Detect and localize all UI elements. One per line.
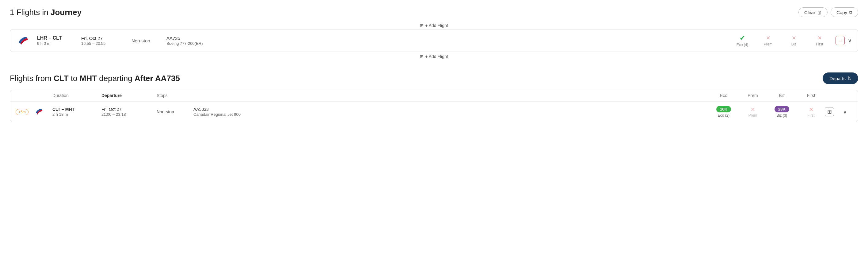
plane-type: Boeing 777-200(ER) [166, 41, 203, 46]
row-add-cell: ⊞ [825, 107, 843, 116]
row-departure: Fri, Oct 27 21:00 – 23:18 [101, 107, 157, 117]
clear-button[interactable]: Clear 🗑 [799, 7, 828, 17]
row-route-label: CLT – MHT [53, 107, 74, 112]
flight-date: Fri, Oct 27 16:55 – 20:55 [81, 36, 124, 46]
results-table: Duration Departure Stops Eco Prem Biz Fi… [10, 90, 858, 122]
cabin-prem-label: Prem [764, 42, 773, 46]
flight-number: AA735 [166, 36, 180, 41]
row-airline-logo [34, 107, 53, 117]
airline-logo [16, 34, 30, 47]
sort-icon: ⇅ [847, 76, 851, 81]
col-flight-header [193, 93, 708, 98]
cross-prem-icon: ✕ [766, 35, 771, 41]
stops-label: Non-stop [131, 38, 159, 43]
col-expand-header [843, 93, 852, 98]
row-biz[interactable]: 28K Biz (3) [767, 106, 797, 118]
add-flight-top-button[interactable]: ⊞ + Add Flight [420, 23, 448, 28]
row-flight-info: AA5033 Canadair Regional Jet 900 [193, 107, 708, 117]
top-header: 1 Flights in Journey Clear 🗑 Copy ⧉ [10, 7, 858, 17]
col-stops-header: Stops [157, 93, 193, 98]
eco-price-badge: 16K [716, 106, 731, 112]
time-badge-cell: +5m [16, 109, 34, 114]
row-route: CLT – MHT 2 h 18 m [53, 107, 101, 117]
col-duration-header: Duration [53, 93, 101, 98]
col-action-header [825, 93, 843, 98]
col-biz-header: Biz [767, 93, 797, 98]
card-actions: – ∨ [836, 36, 852, 45]
check-icon: ✔ [740, 34, 745, 42]
add-flight-bottom-button[interactable]: ⊞ + Add Flight [420, 54, 448, 59]
section-title: Flights from CLT to MHT departing After … [10, 74, 180, 83]
row-expand-cell: ∨ [843, 109, 852, 115]
table-row: +5m CLT – MHT 2 h 18 m Fri, Oct 27 21:00… [10, 101, 858, 122]
cross-first-icon: ✕ [817, 35, 822, 41]
cross-biz-icon: ✕ [792, 35, 796, 41]
row-prem[interactable]: ✕ Prem [739, 106, 767, 118]
col-empty-1 [16, 93, 34, 98]
plus-icon-2: ⊞ [420, 54, 424, 59]
date-label: Fri, Oct 27 [81, 36, 103, 41]
cabin-biz-label: Biz [792, 42, 797, 46]
flight-card: LHR – CLT 9 h 0 m Fri, Oct 27 16:55 – 20… [10, 29, 858, 52]
eco-seats-label: Eco (2) [718, 113, 730, 118]
cabin-options: ✔ Eco (4) ✕ Prem ✕ Biz ✕ First [734, 34, 828, 47]
row-time: 21:00 – 23:18 [101, 112, 126, 117]
add-flight-top-row: ⊞ + Add Flight [10, 21, 858, 29]
col-eco-header: Eco [708, 93, 739, 98]
cabin-first-label: First [816, 42, 823, 46]
col-departure-header: Departure [101, 93, 157, 98]
cabin-biz[interactable]: ✕ Biz [785, 35, 802, 46]
expand-flight-button[interactable]: ∨ [848, 37, 852, 44]
row-date: Fri, Oct 27 [101, 107, 121, 112]
add-row-button[interactable]: ⊞ [825, 107, 834, 116]
prem-unavail-icon: ✕ [751, 106, 755, 113]
prem-unavail-label: Prem [748, 113, 757, 118]
biz-seats-label: Biz (3) [777, 113, 787, 118]
add-flight-bottom-row: ⊞ + Add Flight [10, 52, 858, 60]
biz-price-badge: 28K [775, 106, 789, 112]
section-header: Flights from CLT to MHT departing After … [10, 73, 858, 84]
remove-flight-button[interactable]: – [836, 36, 845, 45]
cabin-first[interactable]: ✕ First [811, 35, 828, 46]
row-duration-label: 2 h 18 m [53, 112, 68, 117]
copy-icon: ⧉ [849, 9, 852, 15]
departs-button[interactable]: Departs ⇅ [823, 73, 858, 84]
flight-id: AA735 Boeing 777-200(ER) [166, 36, 726, 46]
row-first[interactable]: ✕ First [797, 106, 825, 118]
cabin-eco-label: Eco (4) [737, 43, 748, 47]
row-plane-type: Canadair Regional Jet 900 [193, 112, 241, 117]
route-duration: 9 h 0 m [37, 41, 50, 46]
time-badge: +5m [16, 109, 29, 115]
top-action-buttons: Clear 🗑 Copy ⧉ [799, 7, 858, 17]
expand-row-button[interactable]: ∨ [843, 109, 847, 115]
row-flight-num: AA5033 [193, 107, 209, 112]
flight-route: LHR – CLT 9 h 0 m [37, 35, 74, 46]
cabin-prem[interactable]: ✕ Prem [760, 35, 777, 46]
page-title: 1 Flights in Journey [10, 8, 82, 17]
row-stops: Non-stop [157, 109, 193, 114]
col-prem-header: Prem [739, 93, 767, 98]
cabin-eco[interactable]: ✔ Eco (4) [734, 34, 751, 47]
copy-button[interactable]: Copy ⧉ [831, 7, 858, 17]
trash-icon: 🗑 [817, 10, 822, 15]
col-first-header: First [797, 93, 825, 98]
route-label: LHR – CLT [37, 35, 62, 41]
first-unavail-label: First [807, 113, 814, 118]
table-header: Duration Departure Stops Eco Prem Biz Fi… [10, 90, 858, 101]
col-empty-2 [34, 93, 53, 98]
time-label: 16:55 – 20:55 [81, 41, 106, 46]
row-eco[interactable]: 16K Eco (2) [708, 106, 739, 118]
first-unavail-icon: ✕ [809, 106, 813, 113]
plus-icon: ⊞ [420, 23, 424, 28]
